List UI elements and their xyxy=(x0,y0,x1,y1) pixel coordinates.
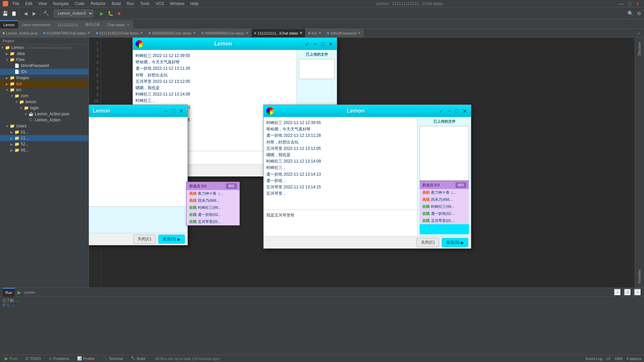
status-problems-btn[interactable]: ⚠ Problems xyxy=(47,356,71,361)
tree-lemon-action-class[interactable]: C Lemon_Action xyxy=(0,117,89,123)
tree-images[interactable]: ▶ 📁 Images xyxy=(0,75,89,81)
lemon-check-btn-right[interactable]: ✓ xyxy=(438,108,445,114)
lemon-input-right[interactable]: 我是五河琴里呀 xyxy=(264,209,417,236)
settings-btn[interactable]: ⚙ xyxy=(635,10,643,17)
editor-tab-idpwd[interactable]: IdAndPassword ✕ xyxy=(324,29,364,38)
lemon-send-btn-left[interactable]: 发送(S) ▶ xyxy=(158,235,185,244)
lemon-input-left[interactable]: 我是鸢一折纸呀 xyxy=(89,206,187,233)
menu-tools[interactable]: Tools xyxy=(138,1,152,7)
tab-users-info[interactable]: Users information xyxy=(18,20,54,28)
lemon-close-btn-right[interactable]: ✕ xyxy=(461,108,468,114)
lemon-min-btn-right[interactable]: ─ xyxy=(446,108,452,114)
editor-tab-5211-close[interactable]: ✕ xyxy=(140,31,143,35)
lemon-max-btn-main[interactable]: □ xyxy=(320,41,326,47)
run-panel-tab-run[interactable]: Run xyxy=(3,288,15,297)
lemon-send-btn-right[interactable]: 发送(S) ▶ xyxy=(442,238,468,247)
save-btn[interactable]: 💾 xyxy=(1,10,9,17)
status-run-btn[interactable]: ▶ Run xyxy=(3,356,19,361)
tree-user-11[interactable]: ▶ 📁 11... xyxy=(0,135,89,141)
tree-lemon[interactable]: ▼ 📁 lemon xyxy=(0,99,89,105)
editor-tab-ids[interactable]: IDs ✕ xyxy=(306,29,325,38)
run-btn-toolbar[interactable]: ▶ xyxy=(98,10,105,17)
tree-login[interactable]: ▼ 📁 login xyxy=(0,105,89,111)
tab-chat-datas[interactable]: Chat datas ✕ xyxy=(104,20,133,28)
menu-refactor[interactable]: Refactor xyxy=(88,1,108,7)
tree-project-root[interactable]: ▼ 📁 Lemon C:\Users\Admin\Desktop\Lemon xyxy=(0,45,89,51)
editor-tab-9999[interactable]: 9999999999\Chat datas ✕ xyxy=(199,29,252,38)
menu-code[interactable]: Code xyxy=(72,1,87,7)
menu-help[interactable]: Help xyxy=(187,1,201,7)
minimize-btn[interactable]: — xyxy=(618,0,625,7)
tab-chat-log[interactable]: 聊天记录 xyxy=(82,20,104,28)
run-config-dropdown[interactable]: Lemon_Action3 xyxy=(54,9,94,17)
tree-lemon-action-java[interactable]: ▼ ☕ Lemon_Action.java xyxy=(0,111,89,117)
editor-tab-action[interactable]: Lemon_Action.java xyxy=(0,29,41,38)
tool-favorites[interactable]: Favorites xyxy=(637,266,642,286)
menu-build[interactable]: Build xyxy=(109,1,123,7)
check-icon[interactable]: ✓ xyxy=(635,29,643,37)
close-btn[interactable]: ✕ xyxy=(634,0,641,7)
tree-files[interactable]: ▼ 📁 Files xyxy=(0,57,89,63)
editor-tab-9999-close[interactable]: ✕ xyxy=(246,31,249,35)
status-todo-btn[interactable]: ☑ TODO xyxy=(23,356,43,361)
menu-view[interactable]: View xyxy=(36,1,50,7)
lemon-close-btn-footer-right[interactable]: 关闭(C) xyxy=(417,238,439,247)
menu-file[interactable]: File xyxy=(10,1,22,7)
tree-user-52[interactable]: ▶ 📁 52... xyxy=(0,141,89,147)
menu-edit[interactable]: Edit xyxy=(22,1,35,7)
run-close-panel-btn[interactable]: ✕ xyxy=(634,289,641,296)
editor-tab-0123[interactable]: 0123456789\Chat datas ✕ xyxy=(41,29,93,38)
tree-users[interactable]: ▼ 📁 Users xyxy=(0,123,89,129)
status-build-btn[interactable]: 🔨 Build xyxy=(129,356,147,361)
tree-idandpassword[interactable]: 📄 IdAndPassword xyxy=(0,63,89,69)
tree-out[interactable]: ▶ 📁 out xyxy=(0,81,89,87)
editor-tab-idpwd-close[interactable]: ✕ xyxy=(358,31,361,35)
tab-chat-datas-close[interactable]: ✕ xyxy=(127,23,129,26)
members-edit-btn-right[interactable]: 编辑 xyxy=(455,182,466,188)
tree-com[interactable]: ▼ 📁 com xyxy=(0,93,89,99)
search-btn[interactable]: 🔍 xyxy=(627,10,634,17)
run-settings-btn[interactable]: ⚙ xyxy=(624,289,631,296)
members-edit-btn-left[interactable]: 编辑 xyxy=(226,183,237,189)
tab-lemon[interactable]: Lemon xyxy=(0,20,18,28)
menu-window[interactable]: Window xyxy=(167,1,187,7)
build-btn[interactable]: 🔨 xyxy=(42,10,50,17)
status-profiler-btn[interactable]: 📊 Profiler xyxy=(75,356,97,361)
lemon-close-btn-left[interactable]: ✕ xyxy=(178,108,185,114)
save-all-btn[interactable]: 📋 xyxy=(10,10,17,17)
editor-tab-0123-close[interactable]: ✕ xyxy=(87,31,90,35)
lemon-close-btn-main[interactable]: ✕ xyxy=(327,41,334,47)
run-scroll-btn[interactable]: ≡ xyxy=(614,289,621,296)
status-terminal-btn[interactable]: ⬛ Terminal xyxy=(101,356,125,361)
editor-tab-6666[interactable]: 6666666666\Chat datas ✕ xyxy=(146,29,199,38)
forward-btn[interactable]: ▶ xyxy=(31,10,38,17)
lemon-min-btn-left[interactable]: ─ xyxy=(163,108,169,114)
rmember-name-3: 时崎狂三(99... xyxy=(431,204,454,209)
editor-tab-ids-close[interactable]: ✕ xyxy=(318,31,321,35)
editor-tab-1111-close[interactable]: ✕ xyxy=(300,31,303,35)
tool-structure[interactable]: Structure xyxy=(637,39,642,59)
lemon-check-btn-main[interactable]: ✓ xyxy=(304,41,311,47)
editor-tab-1111[interactable]: 111111111...\Chat datas ✕ xyxy=(252,29,305,38)
tree-ids[interactable]: 📄 IDs xyxy=(0,69,89,75)
maximize-btn[interactable]: □ xyxy=(626,0,633,7)
tab-1111111111[interactable]: 1111111111 xyxy=(54,20,82,28)
menu-navigate[interactable]: Navigate xyxy=(50,1,71,7)
menu-run[interactable]: Run xyxy=(124,1,137,7)
lemon-max-btn-left[interactable]: □ xyxy=(170,108,176,114)
editor-tab-6666-close[interactable]: ✕ xyxy=(193,31,196,35)
stop-btn[interactable]: ■ xyxy=(115,10,123,17)
tree-idea[interactable]: ▶ 📁 .idea xyxy=(0,51,89,57)
rmember-name-5: 五河琴里(01... xyxy=(431,218,454,223)
tree-user-66[interactable]: ▶ 📁 66... xyxy=(0,147,89,153)
editor-tab-5211[interactable]: 5211314521\Chat datas ✕ xyxy=(93,29,146,38)
menu-vcs[interactable]: VCS xyxy=(153,1,167,7)
status-event-log[interactable]: Event Log xyxy=(586,357,602,361)
tree-src[interactable]: ▼ 📁 src xyxy=(0,87,89,93)
lemon-close-btn-footer-left[interactable]: 关闭(C) xyxy=(133,235,156,244)
back-btn[interactable]: ◀ xyxy=(22,10,29,17)
lemon-min-btn-main[interactable]: ─ xyxy=(312,41,318,47)
debug-btn[interactable]: 🐛 xyxy=(107,10,114,17)
tree-user-01[interactable]: ▶ 📁 01... xyxy=(0,129,89,135)
lemon-max-btn-right[interactable]: □ xyxy=(454,108,460,114)
